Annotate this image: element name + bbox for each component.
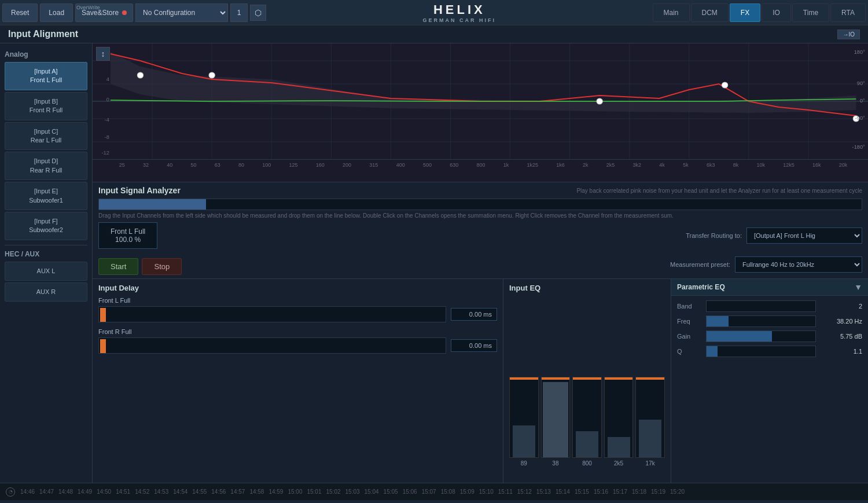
- param-bar-gain: [706, 331, 816, 342]
- x-label: 40: [167, 162, 172, 168]
- stop-button[interactable]: Stop: [142, 258, 182, 275]
- timeline-time: 15:04: [363, 489, 381, 495]
- nav-tab-dcm[interactable]: DCM: [691, 3, 729, 22]
- io-button[interactable]: →IO: [837, 30, 860, 39]
- top-bar: Reset Load OverWrite Save&Store No Confi…: [0, 0, 868, 25]
- nav-tab-fx[interactable]: FX: [730, 3, 760, 22]
- svg-point-18: [137, 72, 143, 78]
- timeline-time: 15:10: [477, 489, 495, 495]
- nav-tab-io[interactable]: IO: [762, 3, 791, 22]
- sidebar-item-aux-l[interactable]: AUX L: [5, 262, 87, 281]
- drag-hint: Drag the Input Channels from the left si…: [98, 212, 862, 219]
- sidebar-item-aux-r[interactable]: AUX R: [5, 282, 87, 302]
- param-row-q: Q 1.1: [677, 346, 862, 357]
- timeline-time: 15:07: [420, 489, 438, 495]
- param-label-freq: Freq: [677, 318, 706, 325]
- sidebar-item-input-f[interactable]: [Input F]Subwoofer2: [5, 212, 87, 240]
- measurement-preset-dropdown[interactable]: Fullrange 40 Hz to 20kHz: [735, 256, 862, 273]
- x-label: 20k: [839, 162, 848, 168]
- main-content: Analog [Input A]Front L Full [Input B]Fr…: [0, 43, 868, 483]
- timeline-time: 15:19: [649, 489, 667, 495]
- eq-bar-outer-17k[interactable]: [635, 377, 665, 458]
- config-number[interactable]: [230, 3, 248, 22]
- delay-slider-1[interactable]: [98, 306, 446, 322]
- param-bar-band: [706, 300, 816, 312]
- delay-slider-2[interactable]: [98, 337, 446, 354]
- eq-bars-container: 89 38: [509, 297, 665, 478]
- x-label: 6k3: [707, 162, 715, 168]
- load-button[interactable]: Load: [40, 3, 73, 22]
- svg-text:-12: -12: [101, 150, 109, 156]
- eq-bar-indicator-800: [573, 377, 601, 380]
- eq-bar-group-17k: 17k: [635, 377, 665, 467]
- svg-point-19: [209, 72, 215, 78]
- transfer-row: Transfer Routing to: [Output A] Front L …: [686, 227, 862, 244]
- x-label: 400: [396, 162, 405, 168]
- timeline-time: 15:16: [592, 489, 610, 495]
- sidebar-item-input-e[interactable]: [Input E]Subwoofer1: [5, 182, 87, 210]
- param-row-freq: Freq 38.20 Hz: [677, 315, 862, 327]
- eq-bar-group-800: 800: [572, 377, 602, 467]
- hec-aux-group-label: HEC / AUX: [5, 250, 87, 258]
- param-label-gain: Gain: [677, 333, 706, 340]
- eq-bar-group-38: 38: [541, 377, 571, 467]
- delay-slider-handle-2[interactable]: [100, 339, 106, 353]
- nav-tab-rta[interactable]: RTA: [830, 3, 866, 22]
- sidebar: Analog [Input A]Front L Full [Input B]Fr…: [0, 43, 93, 483]
- eq-bar-outer-89[interactable]: [509, 377, 539, 458]
- delay-slider-handle-1[interactable]: [100, 308, 106, 322]
- eq-bar-label-2k5: 2k5: [614, 460, 623, 467]
- timeline-time: 15:14: [554, 489, 572, 495]
- eq-bar-outer-2k5[interactable]: [604, 377, 634, 458]
- x-label: 200: [343, 162, 351, 168]
- eq-bar-indicator-38: [542, 377, 570, 380]
- sidebar-item-input-a[interactable]: [Input A]Front L Full: [5, 62, 87, 90]
- transfer-dropdown[interactable]: [Output A] Front L Hig: [746, 227, 862, 244]
- reset-button[interactable]: Reset: [2, 3, 38, 22]
- timeline-time: 14:57: [229, 489, 247, 495]
- input-delay: Input Delay Front L Full 0.00 ms Front R…: [93, 279, 503, 483]
- section-title: Input Alignment: [8, 29, 78, 39]
- sidebar-item-input-d[interactable]: [Input D]Rear R Full: [5, 152, 87, 180]
- x-label: 25: [119, 162, 125, 168]
- start-button[interactable]: Start: [98, 258, 138, 275]
- nav-tab-main[interactable]: Main: [653, 3, 690, 22]
- signal-analyzer: Input Signal Analyzer Play back correlat…: [93, 182, 868, 279]
- frequency-graph: 180° 90° 0° -90° -180° 8 4 0 -4 -8 -12: [93, 43, 868, 159]
- timeline-time: 14:54: [171, 489, 189, 495]
- x-label: 2k5: [606, 162, 615, 168]
- overwrite-dot: [122, 10, 127, 15]
- x-label: 32: [143, 162, 149, 168]
- expand-graph-button[interactable]: ↕: [96, 47, 110, 61]
- x-label: 8k: [733, 162, 739, 168]
- eq-bar-outer-800[interactable]: [572, 377, 602, 458]
- x-label: 12k5: [783, 162, 795, 168]
- eq-bar-fill-17k: [639, 420, 661, 457]
- timeline-time: 15:06: [401, 489, 419, 495]
- config-dropdown[interactable]: No Configuration: [135, 3, 228, 22]
- delay-slider-row-2: 0.00 ms: [98, 337, 497, 354]
- param-value-q: 1.1: [816, 348, 862, 355]
- signal-analyzer-title: Input Signal Analyzer: [98, 186, 181, 195]
- sidebar-item-input-b[interactable]: [Input B]Front R Full: [5, 92, 87, 120]
- nav-tab-time[interactable]: Time: [792, 3, 829, 22]
- x-label: 125: [289, 162, 298, 168]
- timeline-time: 14:49: [76, 489, 94, 495]
- svg-text:180°: 180°: [854, 49, 866, 55]
- svg-point-20: [597, 98, 602, 104]
- svg-point-21: [722, 82, 727, 88]
- delay-slider-row-1: 0.00 ms: [98, 306, 497, 322]
- svg-text:4: 4: [106, 76, 109, 82]
- x-label: 3k2: [633, 162, 642, 168]
- parametric-eq-arrow[interactable]: ▼: [854, 282, 862, 292]
- sidebar-item-input-c[interactable]: [Input C]Rear L Full: [5, 122, 87, 150]
- eq-bar-outer-38[interactable]: [541, 377, 571, 458]
- overwrite-label: OverWrite: [76, 5, 100, 10]
- param-row-band: Band 2: [677, 300, 862, 312]
- param-value-gain: 5.75 dB: [816, 333, 862, 340]
- nav-tabs: Main DCM FX IO Time RTA: [653, 3, 866, 22]
- x-label: 1k: [503, 162, 509, 168]
- progress-bar-fill: [99, 199, 206, 210]
- x-label: 800: [476, 162, 485, 168]
- channel-name: Front L Full: [111, 227, 145, 236]
